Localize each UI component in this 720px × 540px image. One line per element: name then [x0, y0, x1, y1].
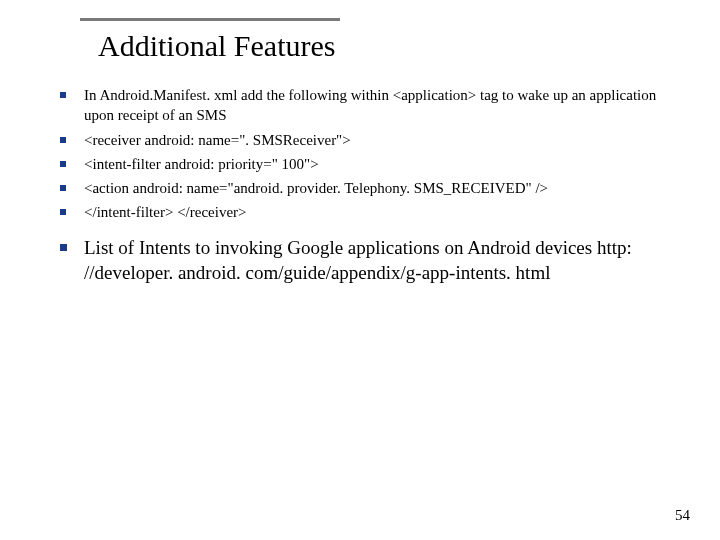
list-item: <action android: name="android. provider… — [60, 178, 680, 198]
list-item-text: List of Intents to invoking Google appli… — [84, 235, 680, 286]
square-bullet-icon — [60, 209, 66, 215]
list-item-text: <intent-filter android: priority=" 100"> — [84, 154, 319, 174]
square-bullet-icon — [60, 185, 66, 191]
slide-title: Additional Features — [98, 29, 340, 63]
list-item-text: </intent-filter> </receiver> — [84, 202, 247, 222]
slide-content: In Android.Manifest. xml add the followi… — [60, 85, 680, 286]
list-item: In Android.Manifest. xml add the followi… — [60, 85, 680, 126]
list-item-text: <action android: name="android. provider… — [84, 178, 548, 198]
square-bullet-icon — [60, 137, 66, 143]
square-bullet-icon — [60, 244, 67, 251]
list-item-text: In Android.Manifest. xml add the followi… — [84, 85, 680, 126]
bullet-list-large: List of Intents to invoking Google appli… — [60, 235, 680, 286]
list-item-text: <receiver android: name=". SMSReceiver"> — [84, 130, 351, 150]
square-bullet-icon — [60, 92, 66, 98]
list-item: <receiver android: name=". SMSReceiver"> — [60, 130, 680, 150]
list-item: <intent-filter android: priority=" 100"> — [60, 154, 680, 174]
page-number: 54 — [675, 507, 690, 524]
slide-title-block: Additional Features — [80, 18, 340, 63]
list-item: </intent-filter> </receiver> — [60, 202, 680, 222]
square-bullet-icon — [60, 161, 66, 167]
bullet-list-small: In Android.Manifest. xml add the followi… — [60, 85, 680, 223]
list-item: List of Intents to invoking Google appli… — [60, 235, 680, 286]
